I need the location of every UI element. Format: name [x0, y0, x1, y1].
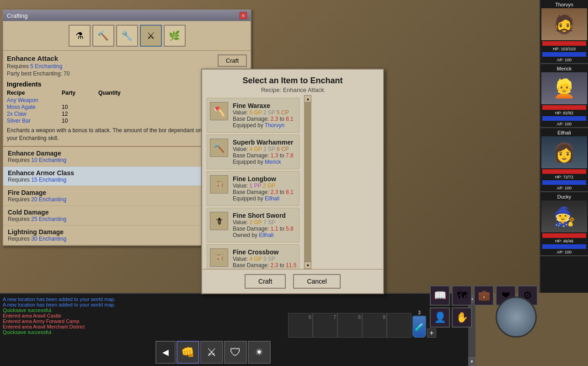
modal-content: 🪓 Fine Waraxe Value: 5 GP 2 SP 5 CP Base… — [202, 95, 383, 269]
ingredient-row: Silver Bar 10 — [7, 118, 205, 124]
modal-item-shortsword[interactable]: 🗡 Fine Short Sword Value: 2 GP 7 SP Base… — [207, 208, 299, 242]
recipe-description: Enchants a weapon with a bonus to attack… — [7, 127, 205, 142]
member-name-ellhali: Ellhali — [541, 129, 587, 136]
party-member-thorvyn[interactable]: Thorvyn 🧔 HP: 103/103 AP: 100 — [540, 0, 588, 64]
ducky-hp-fill — [542, 233, 586, 238]
inventory-icon[interactable]: 💼 — [474, 285, 494, 306]
crafting-close-button[interactable]: × — [240, 12, 247, 19]
ducky-ap-fill — [542, 244, 586, 249]
craft-tab-smithing[interactable]: 🔨 — [92, 25, 114, 47]
map-icon[interactable]: 🗺 — [452, 285, 472, 306]
item-owner: Ellhali — [259, 232, 273, 238]
value-gp: 5 GP — [249, 109, 262, 116]
modal-scroll-up[interactable]: ▲ — [304, 95, 311, 102]
modal-item-crossbow[interactable]: 🏹 Fine Crossbow Value: 4 GP 5 SP Base Da… — [207, 244, 299, 269]
hotbar-slot-3[interactable]: 🛡 — [224, 341, 247, 364]
hotbar-slot-1[interactable]: 👊 — [176, 341, 199, 364]
num-slot-9[interactable]: 9 — [362, 313, 387, 338]
portrait-face-thorvyn: 🧔 — [553, 14, 576, 35]
modal-item-warhammer[interactable]: 🔨 Superb Warhammer Value: 4 GP 1 SP 8 CP… — [207, 135, 299, 169]
item-name: Fine Waraxe — [233, 102, 296, 109]
potion-count-label: 3 — [418, 310, 421, 315]
hotbar: ◀ 👊 ⚔ 🛡 ✴ — [155, 341, 271, 364]
crafting-icon-bar: ⚗ 🔨 🔧 ⚔ 🌿 — [3, 21, 251, 51]
modal-craft-button[interactable]: Craft — [245, 274, 286, 289]
modal-item-waraxe[interactable]: 🪓 Fine Waraxe Value: 5 GP 2 SP 5 CP Base… — [207, 98, 299, 133]
character-icon[interactable]: 👤 — [430, 307, 450, 328]
craft-action-button[interactable]: Craft — [218, 54, 247, 67]
num-slot-8[interactable]: 8 — [337, 313, 362, 338]
craft-tab-tools[interactable]: 🔧 — [116, 25, 138, 47]
item-equipped: Equipped by Ellhali — [233, 195, 296, 202]
potion-button[interactable]: 🧪 — [412, 316, 426, 338]
ingredient-silver-party: 10 — [62, 118, 98, 124]
portrait-face-ducky: 🧙 — [553, 206, 576, 227]
longbow-icon: 🏹 — [210, 175, 228, 194]
portrait-face-merick: 👱 — [553, 78, 576, 99]
req-value: 25 Enchanting — [31, 216, 66, 222]
portrait-bg-thorvyn: 🧔 — [541, 8, 587, 40]
thorvyn-hp-fill — [542, 41, 586, 46]
empty-slot[interactable] — [387, 313, 412, 338]
num-slot-6[interactable]: 6 — [288, 313, 313, 338]
ellhali-ap-fill — [542, 180, 586, 185]
ingredient-moss-party: 10 — [62, 104, 98, 110]
member-name-ducky: Ducky — [541, 193, 587, 200]
log-line-1[interactable]: A new location has been added to your wo… — [3, 296, 465, 302]
party-best-skill: Party best Enchanting: 70 — [7, 70, 205, 77]
add-slot-button[interactable]: + — [427, 328, 436, 338]
thorvyn-ap-bar — [542, 52, 586, 57]
ingredient-silver-bar: Silver Bar — [7, 118, 62, 124]
modal-cancel-button[interactable]: Cancel — [293, 274, 341, 289]
log-scroll-down[interactable]: ▼ — [468, 357, 476, 366]
merick-ap-bar — [542, 116, 586, 121]
member-name-thorvyn: Thorvyn — [541, 1, 587, 8]
req-value: 10 Enchanting — [31, 157, 66, 163]
ingredients-header: Recipe Party Quantity — [7, 90, 205, 96]
ingredient-moss-agate: Moss Agate — [7, 104, 62, 110]
dmg-min: 1.3 — [271, 152, 278, 159]
ing-header-qty: Quantity — [98, 90, 126, 96]
minimap[interactable] — [496, 296, 537, 338]
ingredient-row: Moss Agate 10 — [7, 104, 205, 110]
modal-scroll-thumb — [304, 102, 311, 262]
ellhali-hp-bar — [542, 169, 586, 174]
item-owner: Ducky — [265, 269, 280, 269]
ellhali-hp-text: HP: 72/72 — [541, 175, 587, 179]
craft-tab-enchanting[interactable]: ⚔ — [140, 25, 162, 47]
modal-item-longbow[interactable]: 🏹 Fine Longbow Value: 1 PP 2 GP Base Dam… — [207, 171, 299, 206]
craft-tab-potions[interactable]: ⚗ — [69, 25, 91, 47]
shortsword-info: Fine Short Sword Value: 2 GP 7 SP Base D… — [233, 212, 296, 238]
log-line-2[interactable]: A new location has been added to your wo… — [3, 302, 465, 307]
ingredient-weapon: Any Weapon — [7, 97, 62, 103]
ellhali-ap-bar — [542, 180, 586, 185]
hotbar-slot-2[interactable]: ⚔ — [200, 341, 223, 364]
modal-scroll-down[interactable]: ▼ — [304, 262, 311, 269]
recipe-detail-area: Enhance Attack Requires 5 Enchanting Par… — [3, 51, 209, 146]
book-icon[interactable]: 📖 — [430, 285, 450, 306]
party-member-merick[interactable]: Merick 👱 HP: 82/82 AP: 100 — [540, 64, 588, 128]
ing-header-party: Party — [62, 90, 98, 96]
shortsword-icon: 🗡 — [210, 212, 228, 230]
party-member-ducky[interactable]: Ducky 🧙 HP: 46/46 AP: 100 — [540, 192, 588, 256]
hotbar-prev[interactable]: ◀ — [155, 341, 176, 364]
party-member-ellhali[interactable]: Ellhali 👩 HP: 72/72 AP: 100 — [540, 128, 588, 192]
value-sp: 2 SP — [263, 109, 275, 116]
dmg-max: 11.5 — [286, 262, 296, 269]
party-panel: Thorvyn 🧔 HP: 103/103 AP: 100 Merick 👱 H… — [540, 0, 588, 293]
waraxe-info: Fine Waraxe Value: 5 GP 2 SP 5 CP Base D… — [233, 102, 296, 129]
item-equipped: Equipped by Ducky — [233, 269, 296, 269]
num-slot-7[interactable]: 7 — [313, 313, 337, 338]
hand-icon[interactable]: ✋ — [452, 307, 472, 328]
hotbar-slot-4[interactable]: ✴ — [248, 341, 271, 364]
item-name: Fine Longbow — [233, 175, 296, 183]
craft-tab-alchemy[interactable]: 🌿 — [164, 25, 186, 47]
value-gp: 2 GP — [249, 219, 262, 226]
item-value: Value: 2 GP 7 SP — [233, 219, 296, 226]
item-damage: Base Damage: 2.3 to 8.1 — [233, 189, 296, 195]
number-slots: 6 7 8 9 — [288, 313, 387, 338]
selected-recipe-req: Requires 5 Enchanting — [7, 63, 205, 70]
item-owner: Ellhali — [265, 195, 279, 202]
crossbow-icon: 🏹 — [210, 248, 228, 267]
modal-subtitle: Recipe: Enhance Attack — [209, 86, 376, 93]
